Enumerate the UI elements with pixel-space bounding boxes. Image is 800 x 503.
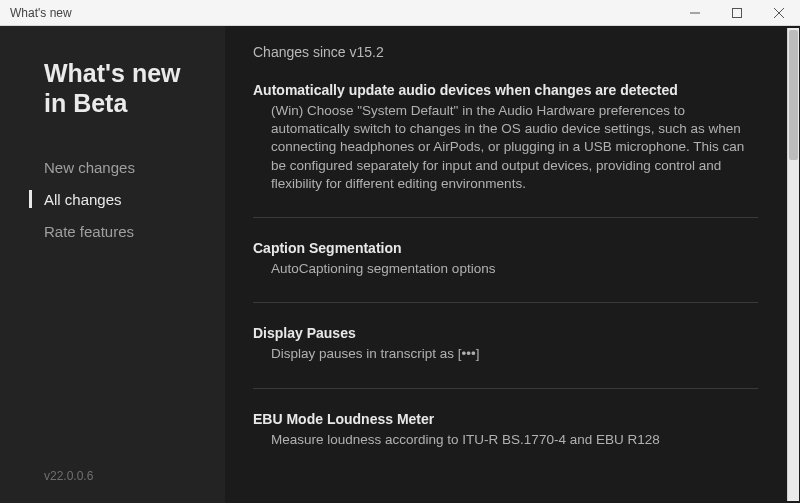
titlebar: What's new xyxy=(0,0,800,26)
change-title: Display Pauses xyxy=(253,325,758,341)
version-label: v22.0.0.6 xyxy=(0,469,225,483)
heading-line1: What's new xyxy=(44,58,201,88)
nav-new-changes[interactable]: New changes xyxy=(0,152,225,182)
scrollbar-thumb[interactable] xyxy=(789,30,798,160)
nav-label: New changes xyxy=(44,159,135,176)
change-item: Automatically update audio devices when … xyxy=(253,82,758,218)
maximize-button[interactable] xyxy=(716,0,758,25)
nav-label: All changes xyxy=(44,191,122,208)
close-button[interactable] xyxy=(758,0,800,25)
window-body: What's new in Beta New changes All chang… xyxy=(0,26,800,503)
window-controls xyxy=(674,0,800,25)
change-item: EBU Mode Loudness Meter Measure loudness… xyxy=(253,411,758,473)
change-body: Display pauses in transcript as [•••] xyxy=(253,345,758,363)
minimize-button[interactable] xyxy=(674,0,716,25)
scrollbar-track[interactable] xyxy=(787,28,799,501)
sidebar-heading: What's new in Beta xyxy=(0,52,225,152)
window-title: What's new xyxy=(10,6,674,20)
change-title: Caption Segmentation xyxy=(253,240,758,256)
change-item: Caption Segmentation AutoCaptioning segm… xyxy=(253,240,758,303)
nav-rate-features[interactable]: Rate features xyxy=(0,216,225,246)
nav-label: Rate features xyxy=(44,223,134,240)
change-item: Display Pauses Display pauses in transcr… xyxy=(253,325,758,388)
window-root: What's new What's new in Beta New change… xyxy=(0,0,800,503)
sidebar-nav: New changes All changes Rate features xyxy=(0,152,225,246)
heading-line2: in Beta xyxy=(44,88,201,118)
close-icon xyxy=(774,8,784,18)
sidebar-spacer xyxy=(0,246,225,469)
change-body: AutoCaptioning segmentation options xyxy=(253,260,758,278)
main-panel: Changes since v15.2 Automatically update… xyxy=(225,26,800,503)
maximize-icon xyxy=(732,8,742,18)
changes-since-label: Changes since v15.2 xyxy=(253,44,758,60)
change-title: EBU Mode Loudness Meter xyxy=(253,411,758,427)
minimize-icon xyxy=(690,8,700,18)
change-body: (Win) Choose "System Default" in the Aud… xyxy=(253,102,758,193)
change-title: Automatically update audio devices when … xyxy=(253,82,758,98)
svg-rect-1 xyxy=(733,8,742,17)
content-scroll[interactable]: Changes since v15.2 Automatically update… xyxy=(225,26,786,503)
change-body: Measure loudness according to ITU-R BS.1… xyxy=(253,431,758,449)
nav-all-changes[interactable]: All changes xyxy=(0,184,225,214)
sidebar: What's new in Beta New changes All chang… xyxy=(0,26,225,503)
